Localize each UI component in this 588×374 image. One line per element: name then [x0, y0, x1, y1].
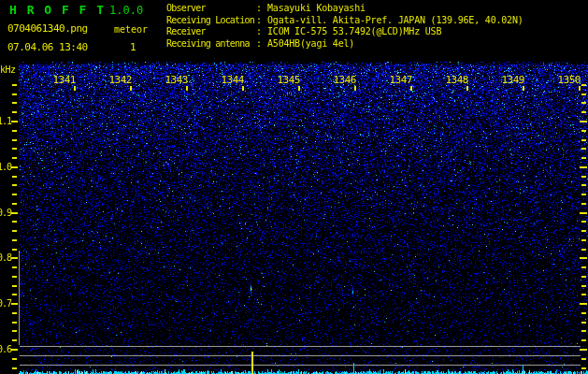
freq-tick-label: 1.1: [0, 116, 11, 126]
info-colon: :: [256, 3, 264, 15]
meteor-count: 1: [130, 41, 136, 53]
info-value: Ogata-vill. Akita-Pref. JAPAN (139.96E, …: [267, 15, 523, 27]
time-tick-label: 1341: [53, 74, 77, 86]
info-label: Receiver: [166, 26, 256, 38]
time-tick-label: 1347: [390, 74, 413, 86]
app-version: 1.0.0: [109, 4, 143, 17]
mode-label: meteor: [114, 24, 148, 35]
info-colon: :: [256, 26, 264, 38]
time-tick-label: 1348: [446, 74, 469, 86]
info-label: Receiving Location: [166, 15, 256, 27]
info-row-location: Receiving Location : Ogata-vill. Akita-P…: [166, 15, 523, 27]
info-value: A504HB(yagi 4el): [267, 38, 354, 50]
info-label: Receiving antenna: [166, 38, 256, 50]
info-row-receiver: Receiver : ICOM IC-575 53.7492(@LCD)MHz …: [166, 26, 523, 38]
app-title: H R O F F T: [9, 3, 106, 17]
freq-tick-label: 1.0: [0, 162, 11, 172]
info-colon: :: [256, 38, 264, 50]
info-row-observer: Observer : Masayuki Kobayashi: [166, 3, 523, 15]
freq-unit-label: kHz: [0, 65, 16, 75]
freq-tick-label: 0.7: [0, 298, 11, 309]
info-label: Observer: [166, 3, 256, 15]
info-value: Masayuki Kobayashi: [267, 3, 366, 15]
info-colon: :: [256, 15, 264, 27]
time-tick-label: 1346: [334, 74, 357, 86]
time-tick-label: 1345: [278, 74, 301, 86]
time-tick-label: 1342: [109, 74, 133, 86]
freq-tick-label: 0.8: [0, 252, 11, 263]
time-tick-label: 1344: [222, 74, 245, 86]
freq-tick-label: 0.6: [0, 344, 11, 354]
info-row-antenna: Receiving antenna : A504HB(yagi 4el): [166, 38, 523, 50]
hrofft-screen: H R O F F T 1.0.0 0704061340.png meteor …: [0, 0, 588, 374]
time-tick-label: 1349: [502, 74, 525, 86]
info-value: ICOM IC-575 53.7492(@LCD)MHz USB: [267, 26, 441, 38]
info-table: Observer : Masayuki Kobayashi Receiving …: [166, 3, 523, 50]
record-timestamp: 07.04.06 13:40: [7, 41, 88, 53]
spectrogram-canvas: [0, 0, 588, 374]
time-tick-label: 1343: [165, 74, 189, 86]
freq-tick-label: 0.9: [0, 208, 11, 218]
file-name: 0704061340.png: [7, 22, 88, 35]
time-tick-label: 1350: [558, 74, 581, 86]
